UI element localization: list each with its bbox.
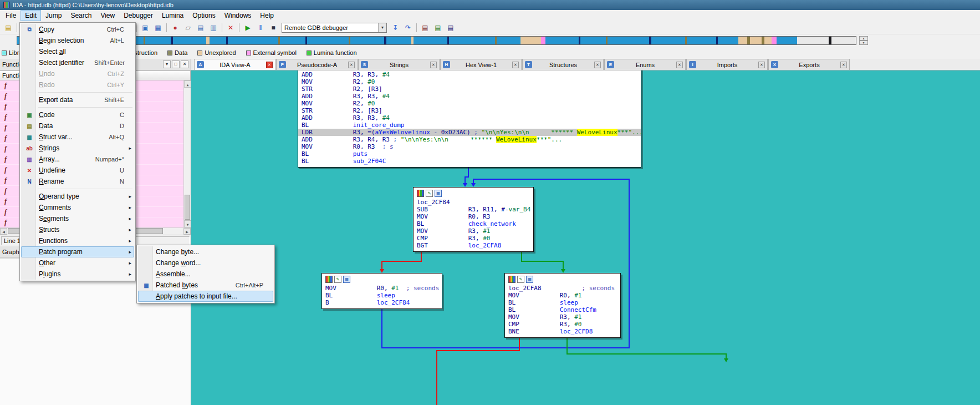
names-window-button[interactable]: ▤ xyxy=(195,22,207,33)
menu-edit[interactable]: Edit xyxy=(21,10,41,21)
scroll-left-icon[interactable]: ◀ xyxy=(0,228,7,235)
continue-process-button[interactable]: ▶ xyxy=(242,22,254,33)
node-frame-icon[interactable]: ▦ xyxy=(343,276,350,283)
graph-view[interactable]: ▦✎▦ADDR3, R3, #4MOVR2, #0STRR2, [R3]ADDR… xyxy=(191,70,980,405)
edit-menu-item-code[interactable]: ▣CodeC xyxy=(21,109,134,120)
graph-node-sleep-retry[interactable]: ▦✎▦MOVR0, #1 ; secondsBLsleepBloc_2CF84 xyxy=(321,273,442,309)
menu-file[interactable]: File xyxy=(1,10,21,21)
edit-menu-item-functions[interactable]: Functions▸ xyxy=(21,235,134,246)
close-tab-icon[interactable]: ✕ xyxy=(430,62,437,68)
cancel-button[interactable]: ✕ xyxy=(224,22,237,33)
stop-process-button[interactable]: ■ xyxy=(267,22,279,33)
dropdown-arrow-icon[interactable]: ▼ xyxy=(378,23,386,32)
close-tab-icon[interactable]: ✕ xyxy=(348,62,355,68)
menu-options[interactable]: Options xyxy=(188,10,220,21)
title-bar[interactable]: IDA - httpd.idb (httpd) C:\Users\hy-leno… xyxy=(0,0,980,10)
edit-menu-item-begin-selection[interactable]: Begin selectionAlt+L xyxy=(21,35,134,46)
menu-jump[interactable]: Jump xyxy=(41,10,66,21)
graph-node-connect[interactable]: ▦✎▦loc_2CFA8 ; secondsMOVR0, #1BLsleepBL… xyxy=(504,273,621,338)
node-color-icon[interactable]: ▦ xyxy=(417,190,424,197)
open-hex-view-button[interactable]: ▦ xyxy=(152,22,164,33)
watches-list-button[interactable]: ▤ xyxy=(432,22,444,33)
edit-menu-item-plugins[interactable]: Plugins▸ xyxy=(21,269,134,280)
scroll-up-icon[interactable]: ▲ xyxy=(184,80,191,88)
tab-ida-view-a[interactable]: AIDA View-A✕ xyxy=(194,59,275,70)
navband-segment xyxy=(228,37,278,44)
edit-menu-item-segments[interactable]: Segments▸ xyxy=(21,213,134,224)
open-file-button[interactable]: ▤ xyxy=(2,22,14,33)
menu-debugger[interactable]: Debugger xyxy=(119,10,157,21)
edit-menu-item-undo[interactable]: UndoCtrl+Z xyxy=(21,68,134,79)
menu-help[interactable]: Help xyxy=(256,10,278,21)
edit-menu-item-export-data[interactable]: Export dataShift+E xyxy=(21,94,134,105)
edit-menu-item-patch-program[interactable]: Patch program▸ xyxy=(21,246,134,257)
node-edit-icon[interactable]: ✎ xyxy=(517,276,524,283)
close-tab-icon[interactable]: ✕ xyxy=(758,62,765,68)
modules-list-button[interactable]: ▤ xyxy=(445,22,457,33)
node-color-icon[interactable]: ▦ xyxy=(508,276,515,283)
graph-node-top[interactable]: ▦✎▦ADDR3, R3, #4MOVR2, #0STRR2, [R3]ADDR… xyxy=(298,70,641,168)
scroll-right-icon[interactable]: ▶ xyxy=(183,228,191,235)
dock-menu-icon[interactable] xyxy=(163,60,171,68)
functions-vertical-scrollbar[interactable]: ▲ ▼ xyxy=(183,80,191,227)
open-ida-view-button[interactable]: ▣ xyxy=(139,22,151,33)
node-frame-icon[interactable]: ▦ xyxy=(435,190,442,197)
add-breakpoint-button[interactable]: ● xyxy=(169,22,181,33)
vertical-scrollbar-thumb[interactable] xyxy=(185,195,190,220)
segments-window-button[interactable]: ▥ xyxy=(207,22,220,33)
edit-menu-item-select-identifier[interactable]: Select identifierShift+Enter xyxy=(21,57,134,68)
edit-menu-item-undefine[interactable]: ✕UndefineU xyxy=(21,165,134,176)
close-tab-icon[interactable]: ✕ xyxy=(512,62,519,68)
menu-windows[interactable]: Windows xyxy=(220,10,256,21)
tab-structures[interactable]: TStructures✕ xyxy=(522,59,604,70)
edit-menu-item-strings[interactable]: abStrings▸ xyxy=(21,143,134,154)
close-tab-icon[interactable]: ✕ xyxy=(266,62,273,68)
tracing-button[interactable]: ▱ xyxy=(182,22,194,33)
edit-menu-item-struct-var[interactable]: ▦Struct var...Alt+Q xyxy=(21,131,134,143)
submenu-item-apply-patches-to-input-file[interactable]: Apply patches to input file... xyxy=(138,291,273,302)
edit-menu-item-operand-type[interactable]: Operand type▸ xyxy=(21,191,134,202)
tab-pseudocode-a[interactable]: PPseudocode-A✕ xyxy=(276,59,358,70)
edit-menu-item-array[interactable]: ▥Array...Numpad+* xyxy=(21,154,134,165)
edit-menu-item-structs[interactable]: Structs▸ xyxy=(21,224,134,235)
tab-strings[interactable]: SStrings✕ xyxy=(358,59,440,70)
node-frame-icon[interactable]: ▦ xyxy=(526,276,533,283)
step-over-button[interactable]: ↷ xyxy=(402,22,414,33)
edit-menu-item-comments[interactable]: Comments▸ xyxy=(21,202,134,213)
navband-zoom-out-icon[interactable]: ▼ xyxy=(859,40,868,45)
float-window-icon[interactable] xyxy=(172,60,180,68)
scroll-down-icon[interactable]: ▼ xyxy=(184,220,191,227)
step-into-button[interactable]: ↧ xyxy=(389,22,401,33)
edit-menu-item-select-all[interactable]: Select all xyxy=(21,46,134,57)
tab-exports[interactable]: XExports✕ xyxy=(768,59,850,70)
tab-imports[interactable]: IImports✕ xyxy=(686,59,768,70)
menu-search[interactable]: Search xyxy=(66,10,96,21)
menu-view[interactable]: View xyxy=(96,10,119,21)
submenu-item-assemble[interactable]: Assemble... xyxy=(138,269,273,280)
node-edit-icon[interactable]: ✎ xyxy=(334,276,341,283)
suspend-process-button[interactable]: ‖ xyxy=(254,22,267,33)
submenu-item-change-word[interactable]: Change word... xyxy=(138,257,273,269)
submenu-item-patched-bytes[interactable]: ▦Patched bytesCtrl+Alt+P xyxy=(138,280,273,291)
debugger-select[interactable]: Remote GDB debugger▼ xyxy=(282,23,387,33)
edit-menu-item-data[interactable]: ▤DataD xyxy=(21,120,134,131)
menu-lumina[interactable]: Lumina xyxy=(157,10,188,21)
edit-menu-item-rename[interactable]: NRenameN xyxy=(21,176,134,187)
edit-menu-item-redo[interactable]: RedoCtrl+Y xyxy=(21,79,134,90)
tab-enums[interactable]: EEnums✕ xyxy=(604,59,686,70)
asm-line: LDRR3, =(aYesWelovelinux - 0xD23AC) ; "\… xyxy=(298,129,641,136)
breakpoints-list-button[interactable]: ▤ xyxy=(419,22,431,33)
navband-zoom-in-icon[interactable]: ▲ xyxy=(859,36,868,40)
edit-menu-item-other[interactable]: Other▸ xyxy=(21,257,134,269)
close-tab-icon[interactable]: ✕ xyxy=(840,62,847,68)
edit-menu-item-copy[interactable]: ⧉CopyCtrl+C xyxy=(21,24,134,35)
node-edit-icon[interactable]: ✎ xyxy=(426,190,433,197)
graph-node-loop-head[interactable]: ▦✎▦loc_2CF84SUBR3, R11, #-var_B4MOVR0, R… xyxy=(413,187,534,252)
close-tab-icon[interactable]: ✕ xyxy=(594,62,601,68)
submenu-item-change-byte[interactable]: Change byte... xyxy=(138,246,273,257)
node-color-icon[interactable]: ▦ xyxy=(325,276,333,283)
tab-hex-view-1[interactable]: HHex View-1✕ xyxy=(440,59,522,70)
close-tab-icon[interactable]: ✕ xyxy=(676,62,683,68)
close-panel-icon[interactable] xyxy=(181,60,188,68)
navigation-band[interactable] xyxy=(17,36,856,45)
